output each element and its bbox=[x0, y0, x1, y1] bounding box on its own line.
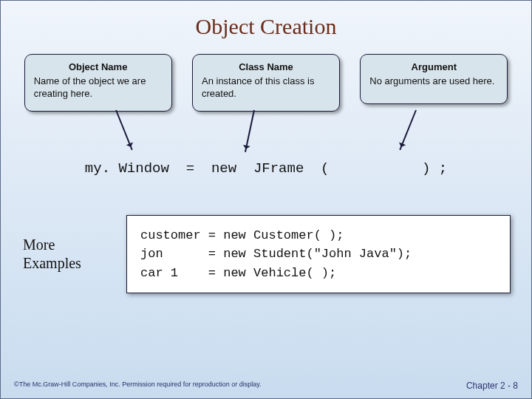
callout-heading: Argument bbox=[369, 61, 498, 74]
arrow-icon bbox=[400, 109, 417, 150]
callout-argument: Argument No arguments are used here. bbox=[360, 54, 508, 112]
callout-body: No arguments are used here. bbox=[369, 75, 494, 86]
copyright-text: ©The Mc.Graw-Hill Companies, Inc. Permis… bbox=[14, 381, 262, 391]
callout-box: Argument No arguments are used here. bbox=[360, 54, 508, 104]
code-line: my. Window = new JFrame ( ) ; bbox=[1, 160, 531, 177]
arrow-icon bbox=[245, 109, 255, 151]
callout-body: An instance of this class is created. bbox=[202, 75, 314, 100]
examples-area: More Examples customer = new Customer( )… bbox=[1, 215, 531, 294]
callout-object-name: Object Name Name of the object we are cr… bbox=[24, 54, 172, 112]
footer: ©The Mc.Graw-Hill Companies, Inc. Permis… bbox=[14, 381, 518, 391]
more-examples-label: More Examples bbox=[23, 236, 126, 273]
callout-heading: Class Name bbox=[202, 61, 330, 74]
example-code-box: customer = new Customer( ); jon = new St… bbox=[126, 215, 511, 294]
slide-title: Object Creation bbox=[1, 1, 531, 54]
arrow-icon bbox=[115, 109, 133, 150]
callout-box: Object Name Name of the object we are cr… bbox=[24, 54, 172, 112]
callout-row: Object Name Name of the object we are cr… bbox=[1, 54, 531, 112]
page-indicator: Chapter 2 - 8 bbox=[466, 381, 518, 391]
callout-box: Class Name An instance of this class is … bbox=[192, 54, 340, 112]
callout-body: Name of the object we are creating here. bbox=[34, 75, 146, 100]
callout-class-name: Class Name An instance of this class is … bbox=[192, 54, 340, 112]
callout-heading: Object Name bbox=[34, 61, 163, 74]
